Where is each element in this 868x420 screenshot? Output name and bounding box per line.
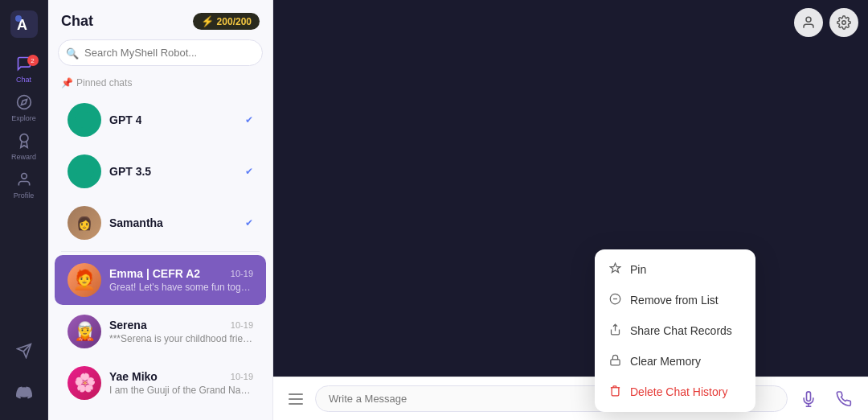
list-item[interactable]: 🧑‍🦰 Emma | CEFR A2 10-19 Great! Let's ha… [55,255,266,305]
context-menu-clear[interactable]: Clear Memory [595,346,755,377]
context-menu-pin[interactable]: Pin [595,254,755,285]
chat-info: Serena 10-19 ***Serena is your childhood… [109,319,253,344]
svg-point-3 [17,95,31,109]
main-topbar [794,8,858,37]
divider [61,251,260,252]
context-menu: Pin Remove from List Share Chat Records [595,249,755,412]
verified-icon: ✔ [245,114,253,126]
chat-info: Samantha ✔ [109,216,253,229]
bottom-bar [273,377,868,420]
sidebar-item-discord[interactable] [6,375,42,410]
microphone-button[interactable] [794,385,823,414]
chat-info: GPT 4 ✔ [109,113,253,126]
list-item[interactable]: GPT 4 ✔ [55,95,266,145]
chat-info: GPT 3.5 ✔ [109,165,253,178]
svg-rect-31 [610,360,619,365]
sidebar-item-chat[interactable]: 2 Chat [6,51,42,87]
list-item[interactable]: 👩 Samantha ✔ [55,198,266,248]
sidebar: Chat ⚡ 200/200 🔍 📌 Pinned chats GPT 4 ✔ [48,0,273,420]
chat-badge: 2 [27,55,39,66]
avatar: 🧝 [68,315,101,348]
avatar [68,154,101,188]
settings-button[interactable] [829,8,858,37]
sidebar-item-reward[interactable]: Reward [6,129,42,164]
share-icon [608,323,622,338]
sidebar-item-explore[interactable]: Explore [6,90,42,126]
list-item[interactable]: GPT 3.5 ✔ [55,146,266,196]
menu-line [289,398,303,400]
svg-point-24 [806,17,811,22]
search-input[interactable] [58,39,263,66]
pin-icon [608,262,622,277]
sidebar-item-profile[interactable]: Profile [6,167,42,203]
menu-line [289,393,303,395]
app-logo[interactable]: A [10,10,39,39]
sidebar-item-messages[interactable] [6,333,42,369]
verified-icon: ✔ [245,166,253,177]
icon-bar: A 2 Chat Explore Reward Profile [0,0,48,420]
avatar: 🧑‍🦰 [68,263,101,297]
main-area: 大士斥! 珈啡肉蛋文 [273,0,868,420]
token-badge: ⚡ 200/200 [193,13,260,30]
avatar [68,103,101,137]
sidebar-title: Chat [61,13,93,30]
search-box[interactable]: 🔍 [58,39,263,66]
phone-button[interactable] [829,385,858,414]
avatar: 👩 [68,206,101,240]
menu-button[interactable] [283,386,309,412]
chat-info: Emma | CEFR A2 10-19 Great! Let's have s… [109,267,253,293]
chat-list: GPT 4 ✔ GPT 3.5 ✔ 👩 [48,93,272,420]
verified-icon: ✔ [245,217,253,229]
remove-icon [608,293,622,307]
svg-point-6 [21,173,27,179]
list-item[interactable]: 🌸 Yae Miko 10-19 I am the Guuji of the G… [55,358,266,408]
pinned-label: 📌 Pinned chats [48,74,272,93]
svg-point-2 [15,15,22,22]
context-menu-share[interactable]: Share Chat Records [595,315,755,346]
svg-point-25 [842,21,846,25]
trash-icon [608,385,622,399]
pin-icon: 📌 [61,77,73,89]
avatar: 🌸 [68,366,101,400]
svg-marker-4 [21,99,27,105]
lock-icon [608,354,622,369]
svg-point-5 [20,134,28,142]
user-profile-button[interactable] [794,8,823,37]
menu-line [289,403,303,405]
chat-info: Yae Miko 10-19 I am the Guuji of the Gra… [109,370,253,396]
list-item[interactable]: 🧝 Serena 10-19 ***Serena is your childho… [55,307,266,356]
context-menu-remove[interactable]: Remove from List [595,285,755,315]
search-icon: 🔍 [66,47,79,59]
context-menu-delete[interactable]: Delete Chat History [595,377,755,407]
sidebar-header: Chat ⚡ 200/200 [48,0,272,39]
lightning-icon: ⚡ [201,15,214,27]
icon-bar-bottom [6,333,42,410]
